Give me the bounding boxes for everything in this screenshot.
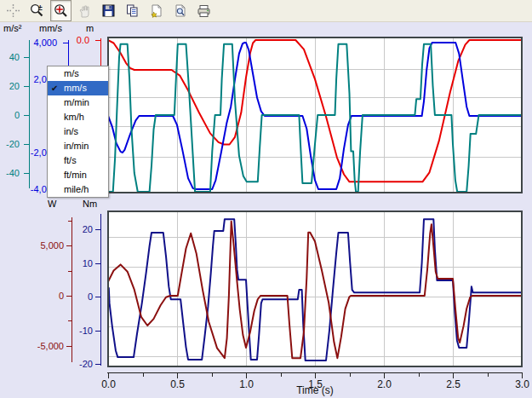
accel-tick-label: -40 [0, 168, 20, 178]
accel-tick-label: 40 [0, 52, 20, 62]
menu-item-ft-min[interactable]: ft/min [48, 168, 108, 182]
pos-tick-label: 0.0 [55, 35, 89, 45]
menu-item-label: ft/min [64, 170, 87, 180]
check-icon: ✔ [51, 81, 58, 95]
menu-item-mile-h[interactable]: mile/h [48, 182, 108, 197]
accel-tick-label: 0 [0, 110, 20, 120]
time-tick-label: 1.0 [231, 379, 263, 389]
menu-item-label: km/h [64, 112, 84, 122]
menu-item-ft-s[interactable]: ft/s [48, 153, 108, 168]
menu-item-label: mile/h [64, 184, 89, 194]
power-axis-title: W [48, 199, 56, 209]
torque-tick-label: 20 [59, 224, 93, 234]
power-tick-label: -5,000 [30, 341, 64, 351]
time-tick-label: 2.5 [438, 379, 470, 389]
accel-tick-label: -20 [0, 139, 20, 149]
charts-canvas [0, 0, 532, 398]
time-tick-label: 2.0 [369, 379, 401, 389]
time-tick-label: 3.0 [506, 379, 532, 389]
menu-item-label: mm/s [64, 83, 87, 93]
torque-tick-label: 0 [59, 291, 93, 302]
menu-item-m-min[interactable]: m/min [48, 95, 108, 110]
time-tick-label: 1.5 [300, 379, 332, 389]
torque-tick-label: 10 [59, 258, 93, 268]
vel-tick-label: 4,000 [23, 37, 57, 48]
torque-axis-title: Nm [83, 199, 97, 209]
power-tick-label: 5,000 [30, 240, 64, 251]
velocity-unit-menu: m/s✔mm/sm/minkm/hin/sin/minft/sft/minmil… [47, 66, 109, 198]
accel-axis-title: m/s² [3, 23, 21, 33]
velocity-axis-title: mm/s [39, 23, 62, 33]
scope-window: ± m/s² mm/s m W Nm Time (s) m/s✔mm/sm/mi… [0, 0, 532, 398]
menu-item-m-s[interactable]: m/s [48, 66, 108, 81]
menu-item-label: m/min [64, 97, 89, 107]
time-tick-label: 0.0 [93, 379, 125, 389]
accel-tick-label: 20 [0, 81, 20, 91]
time-tick-label: 0.5 [162, 379, 194, 389]
menu-item-label: ft/s [64, 155, 77, 165]
position-axis-title: m [86, 23, 94, 33]
menu-item-in-s[interactable]: in/s [48, 124, 108, 139]
torque-tick-label: -20 [59, 359, 93, 369]
menu-item-km-h[interactable]: km/h [48, 110, 108, 124]
menu-item-label: in/s [64, 126, 78, 136]
menu-item-mm-s[interactable]: ✔mm/s [48, 81, 108, 95]
menu-item-label: m/s [64, 68, 79, 78]
menu-item-in-min[interactable]: in/min [48, 139, 108, 153]
menu-item-label: in/min [64, 141, 89, 151]
torque-tick-label: -10 [59, 326, 93, 336]
